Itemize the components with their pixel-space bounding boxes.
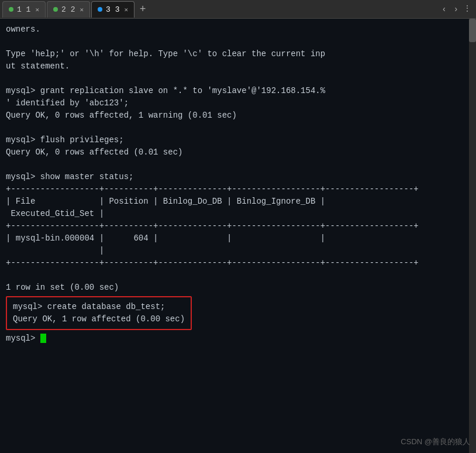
scrollbar[interactable] <box>469 19 476 453</box>
tab-1-close[interactable]: ✕ <box>35 6 39 13</box>
terminal-area[interactable]: owners. Type 'help;' or '\h' for help. T… <box>0 19 476 453</box>
tab-2-dot <box>53 7 58 12</box>
tab-3-label: 3 3 <box>106 5 119 14</box>
highlight-box: mysql> create database db_test; Query OK… <box>6 296 192 330</box>
terminal-cursor <box>40 334 46 343</box>
watermark: CSDN @善良的狼人 <box>401 436 470 448</box>
nav-forward-button[interactable]: › <box>451 4 461 15</box>
nav-arrows: ‹ › ⋮ <box>439 4 474 15</box>
tab-2[interactable]: 2 2 ✕ <box>47 1 90 18</box>
tab-1-dot <box>9 7 13 12</box>
scrollbar-thumb[interactable] <box>469 19 476 42</box>
highlighted-cmd: mysql> create database db_test; <box>13 301 185 313</box>
tab-1[interactable]: 1 1 ✕ <box>2 1 46 18</box>
highlighted-result: Query OK, 1 row affected (0.00 sec) <box>13 313 185 325</box>
tab-bar: 1 1 ✕ 2 2 ✕ 3 3 ✕ + ‹ › ⋮ <box>0 0 476 19</box>
nav-menu-button[interactable]: ⋮ <box>463 4 471 15</box>
tab-2-close[interactable]: ✕ <box>80 6 84 13</box>
tab-1-label: 1 1 <box>17 5 30 14</box>
tab-3-close[interactable]: ✕ <box>124 6 128 13</box>
terminal-output: owners. Type 'help;' or '\h' for help. T… <box>6 23 470 294</box>
tab-3-dot <box>98 7 102 12</box>
nav-back-button[interactable]: ‹ <box>439 4 449 15</box>
terminal-prompt-line: mysql> <box>6 332 470 345</box>
tab-3[interactable]: 3 3 ✕ <box>91 1 134 18</box>
tab-2-label: 2 2 <box>61 5 75 14</box>
add-tab-button[interactable]: + <box>136 2 150 16</box>
